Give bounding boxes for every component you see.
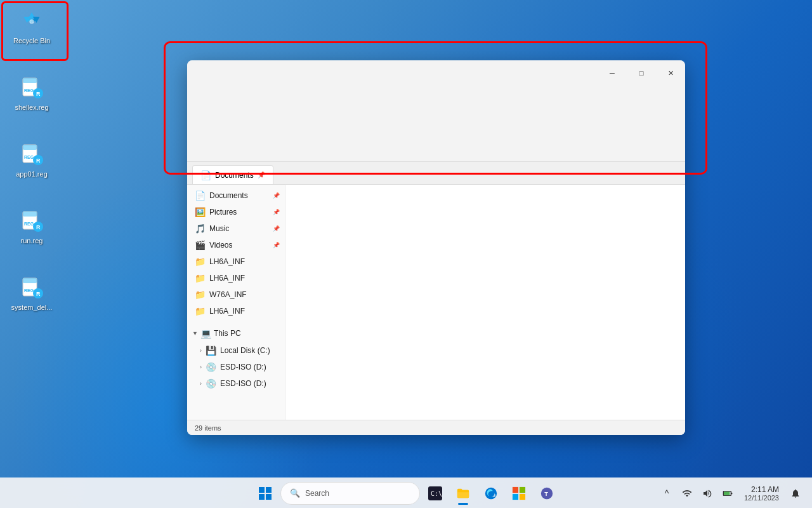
svg-rect-23 xyxy=(259,494,265,500)
documents-label: Documents xyxy=(209,191,269,200)
clock[interactable]: 2:11 AM 12/11/2023 xyxy=(740,484,783,503)
esd-iso-1-icon: 💿 xyxy=(206,362,216,372)
local-disk-icon: 💾 xyxy=(206,345,216,356)
taskbar: 🔍 Search C:\ xyxy=(0,478,812,508)
sidebar-item-videos[interactable]: 🎬 Videos 📌 xyxy=(187,237,285,253)
music-icon: 🎵 xyxy=(195,224,206,234)
tab-documents[interactable]: 📄 Documents 📌 xyxy=(192,165,273,184)
sidebar-this-pc-header[interactable]: ▼ 💻 This PC xyxy=(187,324,285,342)
desktop-icon-run-reg[interactable]: REG R run.reg xyxy=(6,206,57,248)
sidebar-item-lh6a-2[interactable]: 📁 LH6A_INF xyxy=(187,270,285,286)
tray-wifi-icon[interactable] xyxy=(678,485,696,502)
sidebar: 📄 Documents 📌 🖼️ Pictures 📌 🎵 Music 📌 🎬 … xyxy=(187,185,285,420)
status-items-count: 29 items xyxy=(195,424,221,432)
desktop-icon-app01-reg[interactable]: REG R app01.reg xyxy=(6,140,57,181)
run-reg-icon: REG R xyxy=(19,209,44,234)
sidebar-item-lh6a-1[interactable]: 📁 LH6A_INF xyxy=(187,253,285,270)
pictures-label: Pictures xyxy=(209,208,269,217)
title-bar-buttons: ─ □ ✕ xyxy=(598,60,685,86)
pictures-pin: 📌 xyxy=(273,209,280,215)
system-tray: ^ xyxy=(658,485,737,502)
videos-pin: 📌 xyxy=(273,242,280,248)
taskbar-app-terminal[interactable]: C:\ xyxy=(422,481,448,506)
start-button[interactable] xyxy=(252,481,278,506)
svg-rect-7 xyxy=(23,145,37,150)
esd-iso-1-label: ESD-ISO (D:) xyxy=(220,363,280,371)
svg-text:REG: REG xyxy=(24,288,34,293)
sidebar-item-local-disk[interactable]: › 💾 Local Disk (C:) xyxy=(187,342,285,359)
svg-text:REG: REG xyxy=(24,155,34,159)
tray-expand-button[interactable]: ^ xyxy=(658,485,676,502)
recycle-bin-icon xyxy=(19,9,44,34)
this-pc-label: This PC xyxy=(214,329,241,338)
taskbar-app-edge[interactable] xyxy=(478,481,504,506)
svg-rect-30 xyxy=(513,493,518,499)
svg-text:T: T xyxy=(544,490,548,497)
taskbar-app-file-explorer[interactable] xyxy=(450,481,476,506)
svg-point-0 xyxy=(29,19,34,23)
this-pc-icon: 💻 xyxy=(200,328,211,338)
tab-pin-icon: 📌 xyxy=(258,171,265,178)
recycle-bin-label: Recycle Bin xyxy=(9,37,55,45)
desktop-icon-system-del[interactable]: REG R system_del... xyxy=(6,273,57,314)
sidebar-item-documents[interactable]: 📄 Documents 📌 xyxy=(187,187,285,204)
svg-rect-24 xyxy=(266,494,272,500)
sidebar-item-esd-iso-1[interactable]: › 💿 ESD-ISO (D:) xyxy=(187,359,285,375)
svg-rect-28 xyxy=(513,486,518,492)
sidebar-divider xyxy=(187,319,285,324)
sidebar-item-w76a[interactable]: 📁 W76A_INF xyxy=(187,286,285,303)
content-area: 📄 Documents 📌 🖼️ Pictures 📌 🎵 Music 📌 🎬 … xyxy=(187,185,685,420)
svg-rect-22 xyxy=(266,487,272,493)
videos-icon: 🎬 xyxy=(195,240,206,250)
tab-documents-icon: 📄 xyxy=(200,170,211,180)
sidebar-item-lh6a-3[interactable]: 📁 LH6A_INF xyxy=(187,303,285,319)
toolbar-area xyxy=(187,86,685,162)
svg-text:REG: REG xyxy=(24,88,34,93)
tray-battery-icon[interactable] xyxy=(719,485,737,502)
clock-date: 12/11/2023 xyxy=(744,494,779,502)
svg-rect-2 xyxy=(23,78,37,83)
taskbar-center: 🔍 Search C:\ xyxy=(252,481,560,506)
folder-lh6a-2-label: LH6A_INF xyxy=(209,274,280,283)
close-button[interactable]: ✕ xyxy=(656,60,685,86)
folder-w76a-label: W76A_INF xyxy=(209,290,280,299)
music-pin: 📌 xyxy=(273,225,280,232)
search-text: Search xyxy=(305,489,329,498)
svg-text:R: R xyxy=(36,91,41,97)
esd-iso-2-expand-icon: › xyxy=(200,380,202,387)
svg-text:REG: REG xyxy=(24,222,34,226)
app01-reg-label: app01.reg xyxy=(9,170,55,178)
shellex-reg-label: shellex.reg xyxy=(9,104,55,112)
sidebar-item-esd-iso-2[interactable]: › 💿 ESD-ISO (D:) xyxy=(187,375,285,392)
clock-time: 2:11 AM xyxy=(744,485,779,494)
main-panel xyxy=(285,185,685,420)
tab-bar: 📄 Documents 📌 xyxy=(187,162,685,185)
taskbar-app-teams[interactable]: T xyxy=(534,481,560,506)
videos-label: Videos xyxy=(209,241,269,250)
svg-text:C:\: C:\ xyxy=(431,490,442,497)
notification-icon[interactable] xyxy=(787,485,804,502)
system-del-label: system_del... xyxy=(9,304,55,312)
taskbar-right: ^ xyxy=(658,484,804,503)
system-del-icon: REG R xyxy=(19,276,44,301)
documents-icon: 📄 xyxy=(195,190,206,201)
tray-chevron-icon: ^ xyxy=(665,488,669,498)
desktop-icon-recycle-bin[interactable]: Recycle Bin xyxy=(6,6,57,48)
tray-volume-icon[interactable] xyxy=(698,485,716,502)
minimize-button[interactable]: ─ xyxy=(598,60,627,86)
search-bar[interactable]: 🔍 Search xyxy=(280,482,420,505)
svg-rect-35 xyxy=(731,492,732,494)
sidebar-item-pictures[interactable]: 🖼️ Pictures 📌 xyxy=(187,204,285,220)
this-pc-expand-icon: ▼ xyxy=(192,330,198,337)
music-label: Music xyxy=(209,224,269,233)
status-bar: 29 items xyxy=(187,420,685,435)
pictures-icon: 🖼️ xyxy=(195,207,206,217)
shellex-reg-icon: REG R xyxy=(19,76,44,101)
svg-text:R: R xyxy=(36,224,41,231)
desktop-icon-shellex-reg[interactable]: REG R shellex.reg xyxy=(6,73,57,114)
sidebar-item-music[interactable]: 🎵 Music 📌 xyxy=(187,220,285,237)
maximize-button[interactable]: □ xyxy=(627,60,656,86)
taskbar-app-store[interactable] xyxy=(506,481,532,506)
folder-lh6a-1-icon: 📁 xyxy=(195,257,206,267)
local-disk-expand-icon: › xyxy=(200,347,202,354)
